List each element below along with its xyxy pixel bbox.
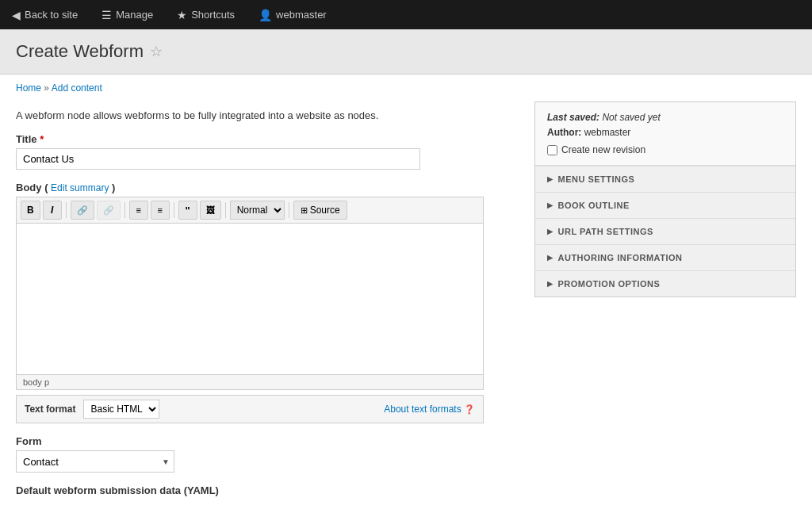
- triangle-icon-promotion: ▶: [547, 280, 553, 288]
- sidebar-section-book-outline: ▶ BOOK OUTLINE: [535, 192, 795, 218]
- left-column: A webform node allows webforms to be ful…: [16, 101, 519, 496]
- favorite-star-icon[interactable]: ☆: [150, 43, 163, 60]
- toolbar-separator-5: [289, 202, 289, 218]
- back-arrow-icon: ◀: [12, 9, 21, 21]
- editor-status-bar: body p: [17, 374, 483, 389]
- toolbar-separator-3: [174, 202, 174, 218]
- last-saved-label: Last saved:: [547, 112, 599, 123]
- body-field-group: Body ( Edit summary ) B I 🔗 🔗 ≡ ≡ ": [16, 182, 519, 423]
- triangle-icon-authoring: ▶: [547, 254, 553, 262]
- about-text-formats-link[interactable]: About text formats ❓: [384, 404, 475, 415]
- source-icon: ⊞: [301, 205, 308, 216]
- user-link[interactable]: 👤 webmaster: [255, 9, 331, 21]
- breadcrumb: Home » Add content: [0, 75, 812, 101]
- manage-icon: ☰: [102, 9, 112, 21]
- sidebar-section-authoring: ▶ AUTHORING INFORMATION: [535, 244, 795, 270]
- page-description: A webform node allows webforms to be ful…: [16, 109, 519, 121]
- format-select[interactable]: Normal: [230, 201, 285, 220]
- shortcuts-link[interactable]: ★ Shortcuts: [173, 9, 239, 21]
- editor-toolbar: B I 🔗 🔗 ≡ ≡ " 🖼 Normal: [17, 197, 483, 224]
- editor-wrapper: B I 🔗 🔗 ≡ ≡ " 🖼 Normal: [16, 197, 484, 390]
- numbered-list-button[interactable]: ≡: [151, 201, 170, 220]
- manage-link[interactable]: ☰ Manage: [98, 9, 157, 21]
- link-button[interactable]: 🔗: [71, 201, 94, 220]
- author-line: Author: webmaster: [547, 127, 783, 138]
- breadcrumb-separator: »: [44, 82, 51, 94]
- sidebar-section-book-outline-header[interactable]: ▶ BOOK OUTLINE: [535, 193, 795, 218]
- sidebar-meta: Last saved: Not saved yet Author: webmas…: [535, 102, 795, 166]
- italic-button[interactable]: I: [43, 201, 62, 220]
- sidebar-section-promotion-header[interactable]: ▶ PROMOTION OPTIONS: [535, 271, 795, 297]
- bullet-list-button[interactable]: ≡: [129, 201, 148, 220]
- star-nav-icon: ★: [177, 9, 187, 21]
- main-content: A webform node allows webforms to be ful…: [0, 101, 812, 496]
- toolbar-separator-2: [124, 202, 125, 218]
- text-format-select[interactable]: Basic HTML Full HTML Plain text: [83, 400, 159, 419]
- toolbar-separator-1: [66, 202, 67, 218]
- bold-button[interactable]: B: [21, 201, 40, 220]
- breadcrumb-add-content[interactable]: Add content: [52, 82, 102, 94]
- revision-check: Create new revision: [547, 144, 783, 155]
- title-field-group: Title * Contact Us: [16, 133, 519, 170]
- body-label: Body ( Edit summary ): [16, 182, 519, 193]
- user-icon: 👤: [259, 9, 272, 21]
- right-sidebar: Last saved: Not saved yet Author: webmas…: [534, 101, 796, 496]
- breadcrumb-home[interactable]: Home: [16, 82, 41, 94]
- text-format-select-wrapper: Basic HTML Full HTML Plain text: [83, 400, 159, 419]
- sidebar-section-menu-settings: ▶ MENU SETTINGS: [535, 166, 795, 192]
- form-field-group: Form Contact Other ▼: [16, 435, 519, 473]
- last-saved: Last saved: Not saved yet: [547, 112, 783, 123]
- default-webform-label: Default webform submission data (YAML): [16, 484, 519, 496]
- source-button[interactable]: ⊞ Source: [293, 201, 347, 220]
- help-icon: ❓: [464, 404, 475, 414]
- sidebar-section-url-path: ▶ URL PATH SETTINGS: [535, 218, 795, 244]
- author-label: Author:: [547, 127, 581, 138]
- create-revision-label[interactable]: Create new revision: [561, 144, 645, 155]
- form-select-wrapper: Contact Other ▼: [16, 450, 174, 473]
- triangle-icon-menu: ▶: [547, 175, 553, 183]
- back-to-site-link[interactable]: ◀ Back to site: [8, 9, 82, 21]
- text-format-row: Text format Basic HTML Full HTML Plain t…: [16, 395, 484, 423]
- edit-summary-link[interactable]: Edit summary: [51, 182, 109, 193]
- sidebar-box: Last saved: Not saved yet Author: webmas…: [534, 101, 796, 297]
- create-revision-checkbox[interactable]: [547, 145, 557, 155]
- top-nav: ◀ Back to site ☰ Manage ★ Shortcuts 👤 we…: [0, 0, 812, 29]
- form-label: Form: [16, 435, 519, 447]
- required-indicator: *: [40, 133, 44, 145]
- page-title: Create Webform ☆: [16, 41, 796, 62]
- triangle-icon-url: ▶: [547, 228, 553, 235]
- title-input[interactable]: Contact Us: [16, 148, 420, 170]
- unlink-button[interactable]: 🔗: [97, 201, 121, 220]
- text-format-label: Text format: [25, 404, 75, 415]
- sidebar-section-url-path-header[interactable]: ▶ URL PATH SETTINGS: [535, 219, 795, 244]
- image-button[interactable]: 🖼: [200, 201, 221, 220]
- sidebar-section-menu-settings-header[interactable]: ▶ MENU SETTINGS: [535, 166, 795, 192]
- sidebar-section-authoring-header[interactable]: ▶ AUTHORING INFORMATION: [535, 245, 795, 270]
- form-select[interactable]: Contact Other: [16, 450, 174, 473]
- sidebar-section-promotion: ▶ PROMOTION OPTIONS: [535, 270, 795, 297]
- toolbar-separator-4: [225, 202, 226, 218]
- title-label: Title *: [16, 133, 519, 145]
- triangle-icon-book: ▶: [547, 201, 553, 209]
- page-header: Create Webform ☆: [0, 29, 812, 75]
- editor-area[interactable]: [17, 224, 483, 374]
- blockquote-button[interactable]: ": [178, 201, 197, 220]
